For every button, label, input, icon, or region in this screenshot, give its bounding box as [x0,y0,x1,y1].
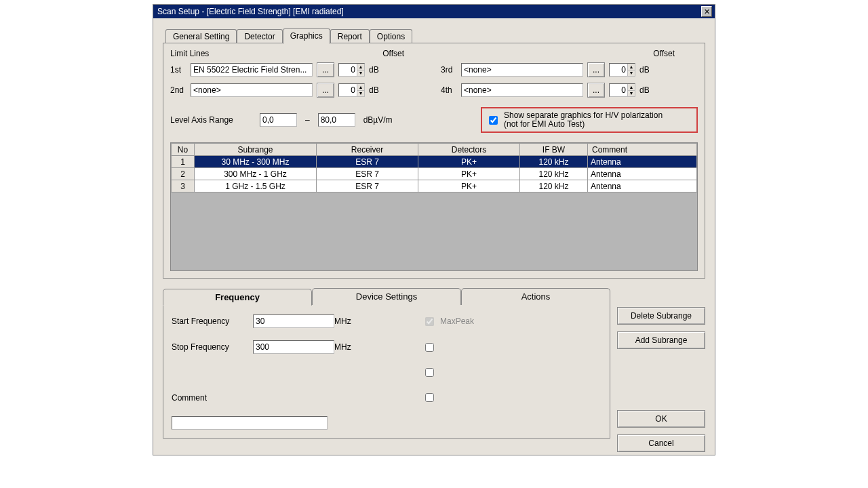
tab-report[interactable]: Report [330,29,370,44]
stop-frequency-field[interactable] [253,340,334,354]
detector-check-4[interactable] [425,393,434,402]
graphics-panel: Limit Lines Offset 1st ... ▲▼ dB [163,43,705,279]
spin-up-icon[interactable]: ▲ [357,84,364,91]
limit-2nd-field[interactable] [191,83,313,97]
cell-no: 2 [172,168,195,180]
limit-2nd-label: 2nd [170,85,186,95]
range-dash: – [305,115,310,125]
cell-detectors: PK+ [418,156,520,168]
tab-detector[interactable]: Detector [237,29,282,44]
cell-ifbw: 120 kHz [520,156,588,168]
tab-graphics[interactable]: Graphics [283,28,330,44]
subrange-table[interactable]: No Subrange Receiver Detectors IF BW Com… [171,143,697,192]
limit-3rd-browse-button[interactable]: ... [587,62,605,77]
cell-receiver: ESR 7 [317,168,418,180]
spin-up-icon[interactable]: ▲ [627,84,635,91]
cell-subrange: 30 MHz - 300 MHz [195,156,317,168]
limit-1st-field[interactable] [191,63,313,77]
hv-line1: Show separate graphics for H/V polarizat… [504,110,663,120]
frequency-panel: Start Frequency MHz MaxPeak Stop Frequen… [163,304,610,439]
stop-frequency-label: Stop Frequency [172,342,253,352]
cell-no: 1 [172,156,195,168]
limit-4th-field[interactable] [461,83,583,97]
limit-3rd-field[interactable] [461,63,583,77]
spin-down-icon[interactable]: ▼ [357,70,364,77]
cell-comment: Antenna [588,180,697,192]
level-axis-to[interactable] [318,113,355,127]
lower-tabs: Frequency Device Settings Actions [163,288,610,305]
start-frequency-field[interactable] [253,314,334,328]
detector-check-3[interactable] [425,368,434,377]
title-bar: Scan Setup - [Electric Field Strength] [… [153,5,715,18]
ok-button[interactable]: OK [617,410,705,428]
level-axis-label: Level Axis Range [170,115,252,125]
cancel-button[interactable]: Cancel [617,434,705,452]
db-unit: dB [639,85,650,95]
limit-3rd-label: 3rd [441,65,457,75]
cell-receiver: ESR 7 [317,156,418,168]
cell-comment: Antenna [588,168,697,180]
spin-down-icon[interactable]: ▼ [627,91,635,97]
table-row[interactable]: 2300 MHz - 1 GHzESR 7PK+120 kHzAntenna [172,168,697,180]
limit-1st-offset-spinner[interactable]: ▲▼ [338,63,365,77]
spin-up-icon[interactable]: ▲ [627,64,635,70]
comment-field[interactable] [172,416,328,430]
subrange-table-container: No Subrange Receiver Detectors IF BW Com… [170,142,698,271]
offset-label-right: Offset [653,49,675,58]
freq-unit: MHz [334,317,368,326]
client-area: General Setting Detector Graphics Report… [153,18,715,455]
hv-line2: (not for EMI Auto Test) [504,119,585,129]
level-axis-from[interactable] [260,113,297,127]
limit-3rd-offset-value[interactable] [610,64,627,76]
col-subrange[interactable]: Subrange [195,144,317,156]
hv-polarization-checkbox[interactable] [489,116,498,125]
limit-2nd-offset-spinner[interactable]: ▲▼ [338,83,365,97]
cell-subrange: 1 GHz - 1.5 GHz [195,180,317,192]
table-row[interactable]: 130 MHz - 300 MHzESR 7PK+120 kHzAntenna [172,156,697,168]
col-detectors[interactable]: Detectors [418,144,520,156]
spin-down-icon[interactable]: ▼ [627,70,635,77]
limit-3rd-offset-spinner[interactable]: ▲▼ [609,63,635,77]
col-ifbw[interactable]: IF BW [520,144,588,156]
side-buttons: Delete Subrange Add Subrange OK Cancel [617,279,705,452]
hv-highlight-box: Show separate graphics for H/V polarizat… [481,107,698,133]
detector-check-2[interactable] [425,343,434,352]
start-frequency-label: Start Frequency [172,317,253,326]
limit-4th-browse-button[interactable]: ... [587,83,605,98]
limit-2nd-offset-value[interactable] [339,84,357,96]
comment-label: Comment [172,393,253,403]
top-tabs: General Setting Detector Graphics Report… [163,28,705,43]
tab-general-setting[interactable]: General Setting [165,29,237,44]
cell-detectors: PK+ [418,168,520,180]
limit-4th-offset-spinner[interactable]: ▲▼ [609,83,635,97]
tab-device-settings[interactable]: Device Settings [312,288,461,305]
limit-1st-browse-button[interactable]: ... [317,62,334,77]
col-comment[interactable]: Comment [588,144,697,156]
limit-4th-label: 4th [441,85,457,95]
window-title: Scan Setup - [Electric Field Strength] [… [157,7,344,16]
cell-ifbw: 120 kHz [520,180,588,192]
cell-receiver: ESR 7 [317,180,418,192]
maxpeak-label: MaxPeak [440,317,474,326]
cell-detectors: PK+ [418,180,520,192]
spin-down-icon[interactable]: ▼ [357,91,364,97]
db-unit: dB [369,85,379,95]
dialog-window: Scan Setup - [Electric Field Strength] [… [153,4,715,455]
delete-subrange-button[interactable]: Delete Subrange [617,307,705,325]
table-row[interactable]: 31 GHz - 1.5 GHzESR 7PK+120 kHzAntenna [172,180,697,192]
col-no[interactable]: No [172,144,195,156]
close-icon[interactable]: ✕ [701,6,712,17]
col-receiver[interactable]: Receiver [317,144,418,156]
add-subrange-button[interactable]: Add Subrange [617,331,705,349]
limit-4th-offset-value[interactable] [610,84,627,96]
db-unit: dB [369,65,379,75]
limit-1st-label: 1st [170,65,186,75]
limit-1st-offset-value[interactable] [339,64,357,76]
spin-up-icon[interactable]: ▲ [357,64,364,70]
tab-frequency[interactable]: Frequency [163,289,312,306]
maxpeak-checkbox [425,317,434,326]
db-unit: dB [639,65,650,75]
tab-actions[interactable]: Actions [461,288,610,305]
limit-2nd-browse-button[interactable]: ... [317,83,334,98]
tab-options[interactable]: Options [370,29,412,44]
